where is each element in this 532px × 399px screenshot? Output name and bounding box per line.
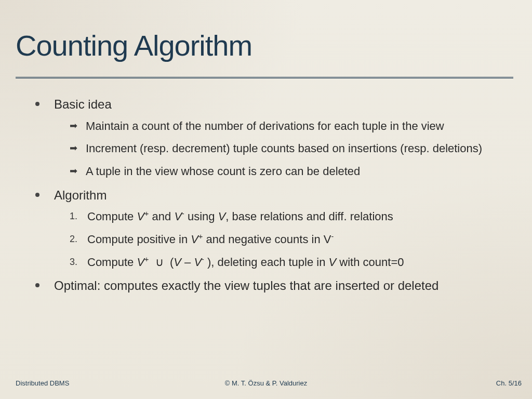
- bullet-optimal: Optimal: computes exactly the view tuple…: [35, 277, 516, 295]
- sub-text: A tuple in the view whose count is zero …: [86, 164, 360, 179]
- title-rule: [16, 77, 513, 79]
- arrow-icon: ➡: [70, 165, 77, 177]
- arrow-icon: ➡: [70, 142, 77, 154]
- bullet-basic-idea: Basic idea: [35, 96, 516, 113]
- bullet-algorithm: Algorithm: [35, 187, 516, 204]
- list-item: ➡ Maintain a count of the number of deri…: [70, 118, 516, 134]
- list-item: ➡ Increment (resp. decrement) tuple coun…: [70, 141, 516, 156]
- number-marker: 1.: [70, 211, 79, 222]
- bullet-dot-icon: [35, 283, 39, 287]
- sub-list-algorithm: 1. Compute V+ and V- using V, base relat…: [70, 209, 516, 270]
- sub-text: Compute positive in V+ and negative coun…: [87, 232, 334, 247]
- bullet-label: Basic idea: [54, 96, 112, 113]
- list-item: ➡ A tuple in the view whose count is zer…: [70, 164, 516, 179]
- bullet-dot-icon: [35, 193, 39, 197]
- sub-text: Compute V+ ∪ (V – V- ), deleting each tu…: [87, 255, 404, 270]
- footer: Distributed DBMS © M. T. Özsu & P. Valdu…: [0, 379, 532, 390]
- list-item: 2. Compute positive in V+ and negative c…: [70, 232, 516, 247]
- sub-text: Increment (resp. decrement) tuple counts…: [86, 141, 482, 156]
- list-item: 3. Compute V+ ∪ (V – V- ), deleting each…: [70, 255, 516, 270]
- sub-list-basic-idea: ➡ Maintain a count of the number of deri…: [70, 118, 516, 179]
- number-marker: 3.: [70, 257, 79, 268]
- number-marker: 2.: [70, 234, 79, 245]
- bullet-label: Optimal: computes exactly the view tuple…: [54, 277, 438, 295]
- bullet-label: Algorithm: [54, 187, 107, 204]
- slide-content: Basic idea ➡ Maintain a count of the num…: [16, 96, 516, 295]
- sub-text: Maintain a count of the number of deriva…: [86, 118, 444, 134]
- arrow-icon: ➡: [70, 120, 77, 131]
- footer-center: © M. T. Özsu & P. Valduriez: [0, 379, 532, 387]
- sub-text: Compute V+ and V- using V, base relation…: [87, 209, 393, 224]
- list-item: 1. Compute V+ and V- using V, base relat…: [70, 209, 516, 224]
- slide: Counting Algorithm Basic idea ➡ Maintain…: [0, 0, 532, 399]
- slide-title: Counting Algorithm: [16, 29, 516, 62]
- bullet-dot-icon: [35, 102, 39, 106]
- footer-right: Ch. 5/16: [496, 379, 522, 387]
